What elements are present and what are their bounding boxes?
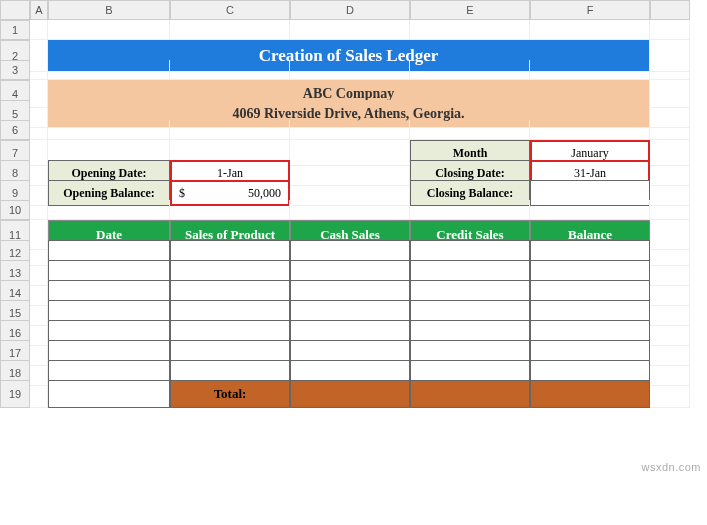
cell[interactable] xyxy=(30,200,48,220)
total-credit[interactable] xyxy=(410,380,530,408)
currency-symbol: $ xyxy=(179,186,185,201)
col-header-E[interactable]: E xyxy=(410,0,530,20)
cell[interactable] xyxy=(170,60,290,80)
cell[interactable] xyxy=(410,120,530,140)
cell[interactable] xyxy=(30,380,48,408)
row-header-10[interactable]: 10 xyxy=(0,200,30,220)
cell[interactable] xyxy=(48,20,170,40)
cell[interactable] xyxy=(30,60,48,80)
opening-balance-amount: 50,000 xyxy=(248,186,281,201)
row-header-19[interactable]: 19 xyxy=(0,380,30,408)
cell[interactable] xyxy=(530,20,650,40)
cell[interactable] xyxy=(530,200,650,220)
col-header-C[interactable]: C xyxy=(170,0,290,20)
cell[interactable] xyxy=(650,60,690,80)
total-cash[interactable] xyxy=(290,380,410,408)
row-header-6[interactable]: 6 xyxy=(0,120,30,140)
total-balance[interactable] xyxy=(530,380,650,408)
spreadsheet-grid: A B C D E F 1 2 Creation of Sales Ledger… xyxy=(0,0,707,400)
cell[interactable] xyxy=(170,20,290,40)
row-header-3[interactable]: 3 xyxy=(0,60,30,80)
cell[interactable] xyxy=(48,200,170,220)
cell[interactable] xyxy=(530,120,650,140)
col-header-overflow xyxy=(650,0,690,20)
row-header-1[interactable]: 1 xyxy=(0,20,30,40)
total-blank[interactable] xyxy=(48,380,170,408)
cell[interactable] xyxy=(290,60,410,80)
col-header-B[interactable]: B xyxy=(48,0,170,20)
total-label[interactable]: Total: xyxy=(170,380,290,408)
col-header-A[interactable]: A xyxy=(30,0,48,20)
cell[interactable] xyxy=(48,120,170,140)
col-header-D[interactable]: D xyxy=(290,0,410,20)
cell[interactable] xyxy=(290,120,410,140)
cell[interactable] xyxy=(650,380,690,408)
cell[interactable] xyxy=(170,200,290,220)
cell[interactable] xyxy=(30,120,48,140)
col-header-F[interactable]: F xyxy=(530,0,650,20)
cell[interactable] xyxy=(650,120,690,140)
cell[interactable] xyxy=(410,60,530,80)
cell[interactable] xyxy=(410,20,530,40)
cell[interactable] xyxy=(290,200,410,220)
cell[interactable] xyxy=(650,200,690,220)
watermark-text: wsxdn.com xyxy=(641,461,701,473)
select-all-corner[interactable] xyxy=(0,0,30,20)
cell[interactable] xyxy=(48,60,170,80)
cell[interactable] xyxy=(410,200,530,220)
cell[interactable] xyxy=(530,60,650,80)
cell[interactable] xyxy=(650,20,690,40)
cell[interactable] xyxy=(170,120,290,140)
cell[interactable] xyxy=(290,20,410,40)
cell[interactable] xyxy=(30,20,48,40)
